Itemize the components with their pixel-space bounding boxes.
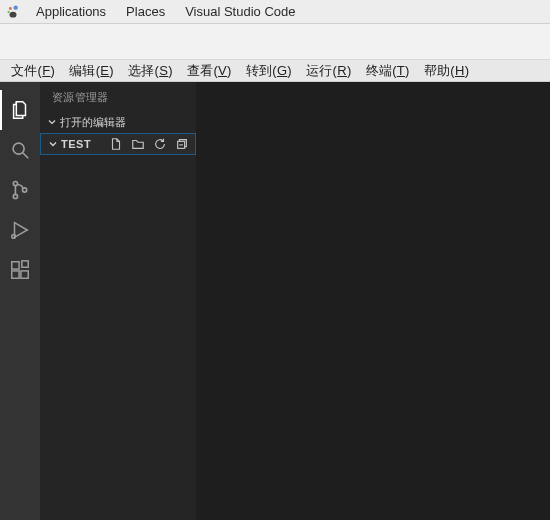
window-titlebar-area <box>0 24 550 60</box>
menu-help[interactable]: 帮助(H) <box>417 62 477 80</box>
places-menu[interactable]: Places <box>116 4 175 19</box>
chevron-down-icon <box>46 116 58 128</box>
activity-source-control[interactable] <box>0 170 40 210</box>
open-editors-label: 打开的编辑器 <box>60 115 126 130</box>
chevron-down-icon <box>47 138 59 150</box>
svg-marker-9 <box>15 223 28 238</box>
explorer-sidebar: 资源管理器 打开的编辑器 TEST <box>40 82 196 520</box>
svg-line-5 <box>23 153 29 159</box>
search-icon <box>9 139 31 161</box>
refresh-icon[interactable] <box>153 137 167 151</box>
menu-go[interactable]: 转到(G) <box>239 62 299 80</box>
desktop-top-bar: Applications Places Visual Studio Code <box>0 0 550 24</box>
editor-area <box>196 82 550 520</box>
activity-explorer[interactable] <box>0 90 40 130</box>
new-folder-icon[interactable] <box>131 137 145 151</box>
source-control-icon <box>9 179 31 201</box>
extensions-icon <box>9 259 31 281</box>
new-file-icon[interactable] <box>109 137 123 151</box>
workspace-folder-section[interactable]: TEST <box>40 133 196 155</box>
sidebar-title: 资源管理器 <box>40 82 196 111</box>
activity-search[interactable] <box>0 130 40 170</box>
activity-run-debug[interactable] <box>0 210 40 250</box>
menu-select[interactable]: 选择(S) <box>121 62 180 80</box>
debug-icon <box>9 219 31 241</box>
svg-point-8 <box>22 188 26 192</box>
workspace-folder-name: TEST <box>61 138 91 150</box>
svg-point-10 <box>12 235 16 239</box>
menu-run[interactable]: 运行(R) <box>299 62 359 80</box>
svg-point-6 <box>13 181 17 185</box>
menu-file[interactable]: 文件(F) <box>4 62 62 80</box>
window-title: Visual Studio Code <box>175 4 305 19</box>
svg-point-7 <box>13 194 17 198</box>
menu-edit[interactable]: 编辑(E) <box>62 62 121 80</box>
svg-rect-12 <box>12 271 19 278</box>
svg-rect-11 <box>12 262 19 269</box>
open-editors-section[interactable]: 打开的编辑器 <box>40 111 196 133</box>
svg-rect-13 <box>21 271 28 278</box>
gnome-foot-icon <box>6 5 20 19</box>
activity-bar <box>0 82 40 520</box>
svg-point-4 <box>13 143 24 154</box>
files-icon <box>9 99 31 121</box>
collapse-all-icon[interactable] <box>175 137 189 151</box>
svg-point-3 <box>10 11 17 17</box>
svg-rect-14 <box>22 261 28 267</box>
activity-extensions[interactable] <box>0 250 40 290</box>
svg-point-2 <box>7 10 9 12</box>
svg-point-0 <box>13 5 17 9</box>
menu-terminal[interactable]: 终端(T) <box>359 62 417 80</box>
folder-actions <box>109 137 189 151</box>
applications-menu[interactable]: Applications <box>26 4 116 19</box>
vscode-menu-bar: 文件(F) 编辑(E) 选择(S) 查看(V) 转到(G) 运行(R) 终端(T… <box>0 60 550 82</box>
svg-point-1 <box>9 7 12 10</box>
menu-view[interactable]: 查看(V) <box>180 62 239 80</box>
